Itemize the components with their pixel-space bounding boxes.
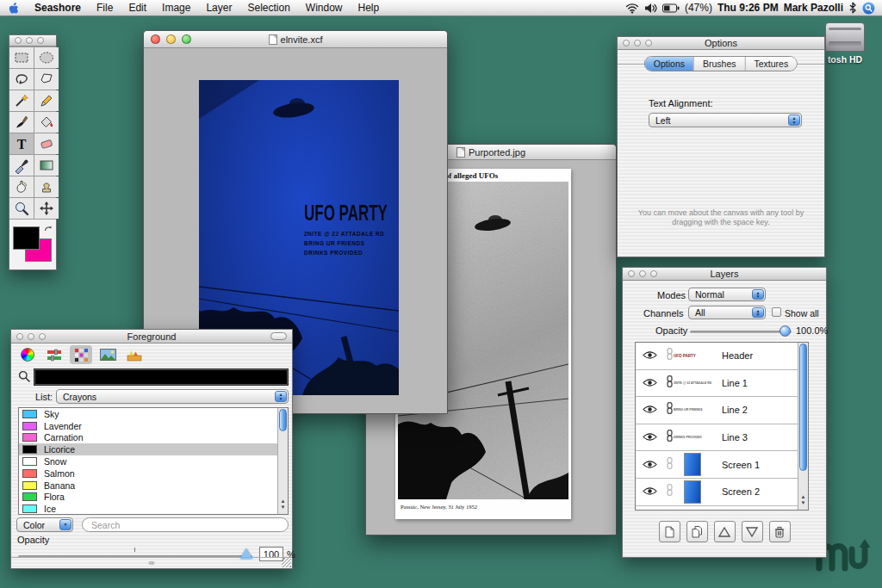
battery-icon[interactable]: [662, 3, 680, 13]
close-button[interactable]: [16, 333, 23, 340]
link-chain-icon[interactable]: [666, 375, 674, 391]
drawer-dimple[interactable]: [149, 561, 155, 565]
palette-grid-button[interactable]: [70, 345, 92, 364]
apple-menu[interactable]: [0, 0, 27, 15]
crayon-scrollbar[interactable]: ▲▼: [277, 408, 288, 514]
scrollbar-thumb[interactable]: [279, 409, 287, 431]
menu-layer[interactable]: Layer: [198, 0, 239, 15]
delete-layer-button[interactable]: [769, 521, 791, 542]
duplicate-layer-button[interactable]: [686, 521, 708, 542]
menu-selection[interactable]: Selection: [239, 0, 297, 15]
toolbox-titlebar[interactable]: [9, 35, 56, 46]
visibility-eye-icon[interactable]: [643, 375, 657, 391]
show-all-checkbox[interactable]: [772, 307, 781, 317]
invite-titlebar[interactable]: elnvite.xcf: [144, 31, 447, 48]
battery-percent[interactable]: (47%): [685, 2, 712, 14]
link-chain-icon[interactable]: [666, 402, 674, 418]
filter-mode-select[interactable]: Color ▼: [16, 517, 73, 532]
close-button[interactable]: [15, 37, 22, 44]
layers-opacity-thumb[interactable]: [780, 325, 791, 337]
text-alignment-select[interactable]: Left ▲▼: [649, 113, 802, 127]
sliders-button[interactable]: [43, 345, 65, 364]
close-button[interactable]: [623, 40, 630, 46]
layer-row-line2[interactable]: BRING UR FRIENDS Line 2: [636, 397, 808, 424]
layer-row-screen2[interactable]: Screen 2: [636, 479, 808, 506]
bucket-tool[interactable]: [34, 112, 59, 133]
close-button[interactable]: [628, 270, 635, 277]
visibility-eye-icon[interactable]: [643, 430, 657, 445]
spotlight-icon[interactable]: [862, 2, 875, 15]
text-tool[interactable]: T: [9, 133, 34, 154]
volume-icon[interactable]: [644, 3, 657, 14]
zoom-button[interactable]: [645, 40, 652, 46]
raise-layer-button[interactable]: [714, 521, 736, 542]
polygon-lasso-tool[interactable]: [34, 69, 59, 90]
color-wheel-button[interactable]: [16, 345, 39, 364]
link-chain-icon[interactable]: [666, 430, 674, 445]
crayon-row-ice[interactable]: Ice: [19, 503, 288, 515]
eyedropper-tool[interactable]: [9, 155, 34, 176]
wifi-icon[interactable]: [625, 3, 639, 14]
menu-image[interactable]: Image: [154, 0, 198, 15]
zoom-button[interactable]: [182, 34, 191, 44]
current-color-bar[interactable]: [34, 368, 289, 386]
zoom-button[interactable]: [37, 37, 44, 44]
visibility-eye-icon[interactable]: [643, 402, 657, 418]
visibility-eye-icon[interactable]: [643, 484, 657, 499]
layers-scrollbar[interactable]: ▲▼: [798, 343, 808, 510]
menubar-user[interactable]: Mark Pazolli: [784, 2, 843, 14]
search-input[interactable]: [82, 517, 289, 532]
resize-handle[interactable]: [282, 558, 291, 567]
menu-edit[interactable]: Edit: [121, 0, 154, 15]
swap-colors-icon[interactable]: [43, 222, 53, 238]
image-palette-button[interactable]: [96, 345, 119, 364]
tab-options[interactable]: Options: [645, 57, 694, 71]
crayons-palette-button[interactable]: [123, 345, 146, 364]
color-list-select[interactable]: Crayons ▲▼: [56, 389, 289, 404]
link-chain-icon[interactable]: [666, 457, 674, 473]
scrollbar-thumb[interactable]: [799, 344, 807, 471]
crayon-row-banana[interactable]: Banana: [19, 480, 288, 492]
new-layer-button[interactable]: [659, 521, 680, 542]
layer-row-line1[interactable]: 2NITE @ 22 ATTADALE RD Line 1: [636, 370, 808, 398]
crayon-row-snow[interactable]: Snow: [19, 455, 288, 467]
channels-select[interactable]: All ▲▼: [688, 306, 766, 319]
layer-row-header[interactable]: UFO PARTY Header: [636, 343, 808, 370]
minimize-button[interactable]: [166, 34, 176, 44]
visibility-eye-icon[interactable]: [643, 348, 657, 363]
crayon-row-licorice[interactable]: Licorice: [19, 443, 288, 455]
gradient-tool[interactable]: [34, 155, 59, 176]
zoom-button[interactable]: [650, 270, 657, 277]
tab-textures[interactable]: Textures: [746, 57, 798, 71]
menu-window[interactable]: Window: [298, 0, 351, 15]
link-chain-icon[interactable]: [666, 484, 674, 499]
clone-stamp-tool[interactable]: [34, 176, 59, 197]
minimize-button[interactable]: [26, 37, 33, 44]
menu-app-name[interactable]: Seashore: [27, 0, 89, 15]
menu-file[interactable]: File: [89, 0, 121, 15]
scrollbar-arrows[interactable]: ▲▼: [278, 495, 288, 514]
crayon-row-carnation[interactable]: Carnation: [19, 432, 288, 444]
layers-titlebar[interactable]: Layers: [623, 268, 826, 281]
tab-brushes[interactable]: Brushes: [694, 57, 746, 71]
link-chain-icon[interactable]: [666, 348, 674, 363]
crayon-row-lavender[interactable]: Lavender: [19, 420, 288, 432]
layer-row-screen1[interactable]: Screen 1: [636, 451, 808, 479]
position-tool[interactable]: [34, 198, 59, 219]
menu-help[interactable]: Help: [351, 0, 388, 15]
scrollbar-arrows[interactable]: ▲▼: [798, 491, 808, 510]
foreground-color-swatch[interactable]: [13, 226, 40, 250]
ellipse-select-tool[interactable]: [34, 47, 59, 68]
eraser-tool[interactable]: [34, 133, 59, 154]
pencil-tool[interactable]: [34, 90, 59, 111]
lower-layer-button[interactable]: [742, 521, 763, 542]
menubar-clock[interactable]: Thu 9:26 PM: [717, 2, 779, 14]
minimize-button[interactable]: [28, 333, 34, 340]
visibility-eye-icon[interactable]: [643, 457, 657, 473]
zoom-button[interactable]: [39, 333, 46, 340]
lasso-tool[interactable]: [9, 69, 34, 90]
crayon-row-flora[interactable]: Flora: [19, 492, 288, 504]
smudge-tool[interactable]: [9, 176, 34, 197]
minimize-button[interactable]: [634, 40, 641, 46]
crayon-row-salmon[interactable]: Salmon: [19, 467, 288, 480]
